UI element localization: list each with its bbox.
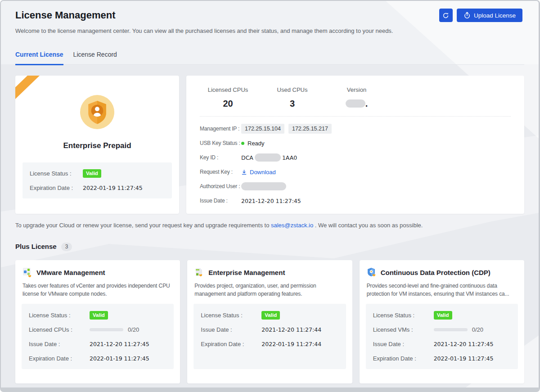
license-detail-card: Licensed CPUs 20 Used CPUs 3 Version .	[186, 76, 524, 214]
ip-chip: 172.25.15.217	[288, 124, 332, 134]
cdp-icon	[367, 267, 377, 277]
row-usb-key-status: USB Key Status Ready	[200, 136, 511, 150]
redacted-key-id	[255, 153, 281, 162]
license-shield-icon	[80, 95, 114, 129]
plus-card-info-box: License Status Valid Licensed VMs 0/20 I…	[366, 304, 518, 369]
license-status-badge: Valid	[261, 311, 280, 320]
redacted-authorized-user	[241, 182, 286, 190]
divider	[200, 116, 511, 117]
plus-license-header: Plus License 3	[15, 242, 524, 252]
page-subtitle: Welcome to the license management center…	[15, 27, 524, 35]
sales-email-link[interactable]: sales@zstack.io	[271, 222, 313, 229]
download-link[interactable]: Download	[241, 169, 276, 176]
plus-card-description: Takes over features of vCenter and provi…	[22, 282, 174, 298]
refresh-button[interactable]	[439, 9, 453, 22]
tab-current-license[interactable]: Current License	[15, 50, 63, 65]
stat-licensed-cpus: Licensed CPUs 20	[200, 86, 256, 109]
license-stats: Licensed CPUs 20 Used CPUs 3 Version .	[200, 86, 511, 109]
license-status-badge: Valid	[434, 311, 452, 320]
row-management-ip: Management IP 172.25.15.104 172.25.15.21…	[200, 122, 511, 136]
license-status-badge: Valid	[90, 311, 108, 320]
upload-icon	[464, 12, 471, 19]
refresh-icon	[442, 12, 449, 19]
row-issue-date: Issue Date 2021-12-20 11:27:45	[200, 194, 511, 208]
usage-progress-bar	[90, 328, 123, 331]
upload-license-button[interactable]: Upload License	[457, 9, 522, 22]
vmware-management-icon	[22, 267, 32, 277]
plus-license-count-badge: 3	[61, 243, 72, 251]
plus-card-description: Provides project, organization, user, an…	[194, 282, 346, 298]
expiration-date-value: 2022-01-19 11:27:45	[83, 185, 143, 191]
plus-card-enterprise: Enterprise Management Provides project, …	[187, 260, 352, 383]
row-request-key: Request Key Download	[200, 165, 511, 179]
plus-card-vmware: VMware Management Takes over features of…	[15, 260, 180, 383]
status-dot	[241, 142, 244, 145]
usb-key-status-value: Ready	[248, 140, 265, 147]
stat-used-cpus: Used CPUs 3	[264, 86, 320, 109]
header-actions: Upload License	[439, 9, 522, 22]
tab-license-record[interactable]: License Record	[73, 50, 117, 64]
license-status-label: License Status	[30, 170, 83, 177]
license-status-badge: Valid	[83, 169, 101, 178]
tab-bar: Current License License Record	[15, 50, 524, 65]
usage-quota: 0/20	[128, 326, 139, 333]
download-icon	[241, 169, 247, 175]
plus-card-info-box: License Status Valid Issue Date 2021-12-…	[194, 304, 346, 369]
row-authorized-user: Authorized User	[200, 179, 511, 194]
plus-card-cdp: Continuous Data Protection (CDP) Provide…	[360, 260, 524, 383]
upgrade-note: To upgrade your Cloud or renew your lice…	[15, 221, 524, 230]
license-management-page: License Management Welcome to the licens…	[0, 0, 540, 392]
plus-card-info-box: License Status Valid Licensed CPUs 0/20 …	[22, 304, 174, 369]
stat-version: Version .	[328, 86, 385, 109]
plus-card-description: Provides second-level and fine-grained c…	[366, 282, 518, 298]
usage-progress-bar	[434, 328, 468, 331]
current-license-card: Enterprise Prepaid License Status Valid …	[15, 76, 179, 214]
page-header: License Management Welcome to the licens…	[1, 1, 539, 35]
expiration-date-label: Expiration Date	[30, 185, 83, 191]
ip-chip: 172.25.15.104	[241, 124, 284, 134]
redacted-version	[346, 99, 365, 108]
enterprise-management-icon	[194, 267, 204, 277]
plus-license-title: Plus License	[15, 242, 57, 252]
license-name: Enterprise Prepaid	[15, 139, 179, 153]
license-status-box: License Status Valid Expiration Date 202…	[22, 162, 172, 198]
usage-quota: 0/20	[472, 326, 483, 333]
row-key-id: Key ID DCA 1AA0	[200, 150, 511, 165]
